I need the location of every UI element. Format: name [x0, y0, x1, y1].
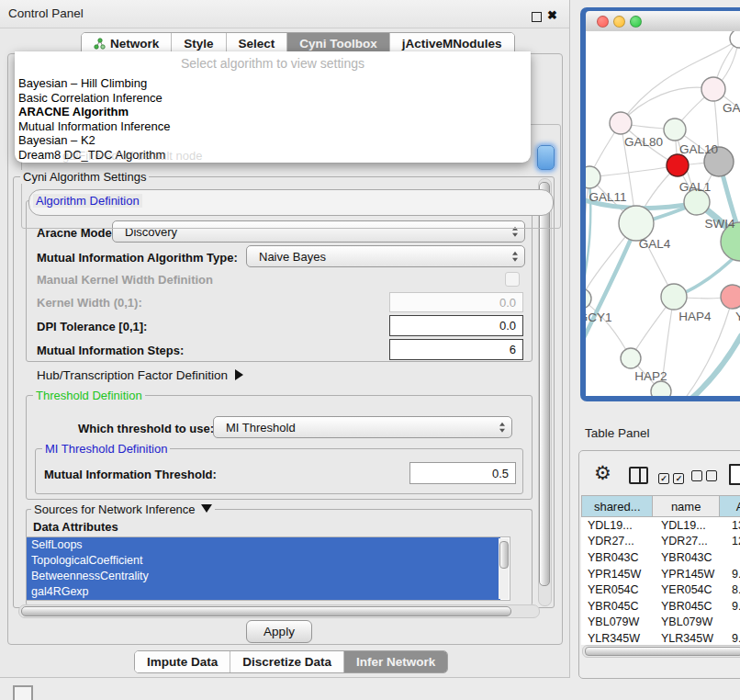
algorithm-option[interactable]: Mutual Information Inference — [18, 119, 527, 134]
hub-definition-section[interactable]: Hub/Transcription Factor Definition — [37, 368, 243, 382]
table-cell: YDL19... — [655, 519, 723, 532]
table-cell: 13 — [723, 519, 740, 532]
network-node[interactable] — [730, 31, 740, 48]
select-all-columns-icon[interactable]: ✓ ✓ — [658, 469, 684, 485]
column-header-partial[interactable]: A — [720, 495, 740, 517]
network-node[interactable] — [721, 285, 740, 309]
minimize-window-icon[interactable] — [613, 16, 625, 28]
network-edge[interactable] — [586, 224, 637, 349]
data-attribute-item[interactable]: gal4RGexp — [27, 584, 500, 600]
table-row[interactable]: YDL19...YDL19...13 — [581, 517, 740, 534]
stepper-arrows-icon — [499, 423, 505, 433]
table-body: YDL19...YDL19...13YDR27...YDR27...12YBR0… — [581, 517, 740, 645]
table-cell: YPR145W — [655, 568, 723, 581]
network-edge[interactable] — [589, 165, 678, 177]
mi-algorithm-type-combobox[interactable]: Naive Bayes — [246, 245, 525, 267]
tab-label: Discretize Data — [242, 655, 331, 669]
network-canvas[interactable]: GALGAL80GAL10GAL1GAL11SWI4GAL4GCY1HAP4YH… — [586, 31, 740, 396]
table-cell: YDR27... — [655, 535, 723, 548]
network-node[interactable] — [610, 112, 632, 134]
stepper-arrows-icon — [512, 252, 518, 262]
table-row[interactable]: YPR145WYPR145W9. — [581, 566, 740, 582]
network-node[interactable] — [661, 284, 687, 310]
float-window-icon[interactable] — [532, 12, 542, 22]
algorithm-dropdown-placeholder: Select algorithm to view settings — [15, 56, 531, 71]
expand-arrow-icon[interactable] — [235, 369, 243, 380]
data-attribute-item[interactable]: BetweennessCentrality — [27, 569, 500, 584]
table-row[interactable]: YER054CYER054C8. — [581, 581, 740, 598]
gear-icon[interactable]: ⚙ — [594, 462, 611, 484]
table-cell: 8. — [723, 583, 740, 596]
dpi-tolerance-field[interactable]: 0.0 — [389, 315, 523, 336]
tab-label: Network — [110, 37, 159, 51]
network-node[interactable] — [621, 348, 641, 368]
tab-label: Impute Data — [147, 655, 218, 669]
table-row[interactable]: YLR345WYLR345W9. — [581, 630, 740, 645]
kernel-width-field[interactable]: 0.0 — [389, 292, 523, 312]
data-attribute-item[interactable]: SelfLoops — [27, 537, 500, 553]
settings-scrollbar-thumb[interactable] — [539, 182, 550, 586]
network-edge[interactable] — [586, 299, 631, 358]
table-row[interactable]: YBL079WYBL079W — [581, 615, 740, 631]
control-panel-window: Control Panel ✖ Network Style Select Cyn… — [0, 0, 570, 678]
network-node[interactable] — [586, 166, 600, 188]
focused-combo-button-fragment[interactable] — [537, 145, 555, 170]
algorithm-option[interactable]: ARACNE Algorithm — [18, 105, 527, 119]
tab-label: Style — [184, 37, 213, 51]
algorithm-option[interactable]: Bayesian – Hill Climbing — [18, 76, 527, 91]
mi-threshold-field[interactable]: 0.5 — [409, 462, 516, 484]
network-node[interactable] — [667, 154, 689, 176]
new-table-icon[interactable] — [729, 464, 740, 485]
table-row[interactable]: YBR043CYBR043C — [581, 549, 740, 566]
network-node-label: GAL11 — [589, 190, 626, 204]
node-table: shared... name A YDL19...YDL19...13YDR27… — [581, 495, 740, 645]
table-row[interactable]: YBR045CYBR045C9. — [581, 598, 740, 615]
attributes-scrollbar-thumb[interactable] — [499, 541, 509, 569]
column-header-name[interactable]: name — [653, 495, 720, 517]
algorithm-dropdown-popup: Select algorithm to view settings Bayesi… — [15, 51, 531, 163]
bottom-tabbar: Impute Data Discretize Data Infer Networ… — [134, 650, 448, 673]
network-edge[interactable] — [670, 334, 740, 396]
network-node[interactable] — [651, 381, 671, 396]
table-cell: YDL19... — [581, 519, 655, 532]
network-node[interactable] — [701, 77, 725, 101]
zoom-window-icon[interactable] — [630, 16, 642, 28]
collapse-arrow-icon[interactable] — [201, 504, 212, 513]
column-header-shared-name[interactable]: shared... — [581, 495, 653, 517]
deselect-all-columns-icon[interactable] — [691, 469, 717, 485]
network-node-label: GAL10 — [679, 142, 718, 156]
kernel-width-label: Kernel Width (0,1): — [37, 296, 142, 310]
table-row[interactable]: YDR27...YDR27...12 — [581, 534, 740, 550]
network-node[interactable] — [664, 119, 686, 141]
cyni-algorithm-settings-title: Cyni Algorithm Settings — [20, 170, 149, 184]
network-node[interactable] — [619, 206, 654, 241]
tab-discretize-data[interactable]: Discretize Data — [230, 651, 344, 672]
sources-group-title[interactable]: Sources for Network Inference — [31, 502, 215, 516]
close-window-icon[interactable] — [597, 16, 609, 28]
settings-hscrollbar-thumb[interactable] — [21, 606, 511, 616]
tab-infer-network[interactable]: Infer Network — [344, 651, 447, 672]
data-attributes-items: SelfLoopsTopologicalCoefficientBetweenne… — [27, 537, 510, 600]
mi-threshold-group-title: MI Threshold Definition — [42, 442, 170, 456]
which-threshold-combobox[interactable]: MI Threshold — [213, 416, 512, 438]
corner-gadget-icon[interactable] — [13, 685, 33, 700]
mi-algorithm-type-label: Mutual Information Algorithm Type: — [37, 251, 238, 265]
algorithm-option[interactable]: Bayesian – K2 — [18, 133, 527, 148]
network-node-label: Y — [735, 310, 740, 323]
attributes-scrollbar-track[interactable] — [499, 538, 509, 599]
algorithm-option[interactable]: Basic Correlation Inference — [18, 91, 527, 106]
mi-steps-field[interactable]: 6 — [389, 339, 523, 360]
mi-algorithm-type-value: Naive Bayes — [259, 250, 326, 264]
close-icon[interactable]: ✖ — [547, 8, 557, 22]
tab-label: Cyni Toolbox — [299, 37, 377, 51]
table-hscrollbar-track[interactable] — [582, 645, 740, 658]
manual-kernel-width-checkbox[interactable] — [505, 272, 520, 287]
table-hscrollbar-thumb[interactable] — [585, 647, 740, 656]
network-tab-icon — [94, 38, 106, 50]
tab-impute-data[interactable]: Impute Data — [135, 651, 230, 672]
split-columns-icon[interactable] — [629, 467, 648, 484]
data-attribute-item[interactable]: TopologicalCoefficient — [27, 553, 500, 569]
apply-button[interactable]: Apply — [246, 620, 312, 643]
table-cell: YBR043C — [581, 551, 655, 564]
network-node-label: GCY1 — [586, 310, 611, 324]
